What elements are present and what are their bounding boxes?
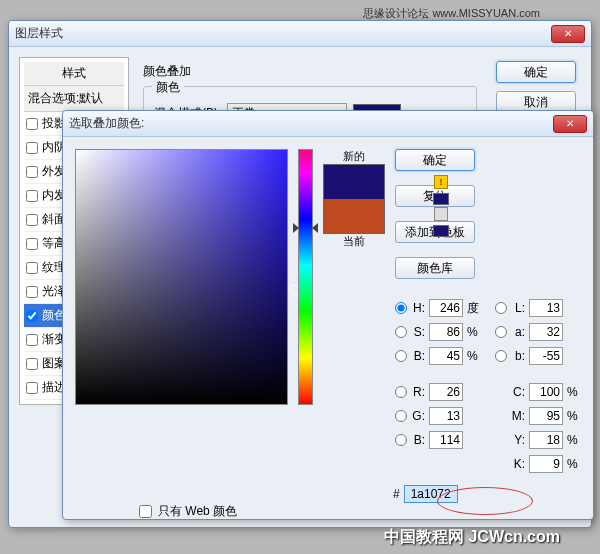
styles-header: 样式 [24,62,124,86]
style-checkbox[interactable] [26,118,38,130]
bri-row: B:% [395,347,481,365]
gamut-swatch[interactable] [433,193,449,205]
style-checkbox[interactable] [26,286,38,298]
hue-input[interactable] [429,299,463,317]
dialog-title: 选取叠加颜色: [69,115,553,132]
yellow-row: Y:% [495,431,581,449]
lab-a-input[interactable] [529,323,563,341]
ok-button[interactable]: 确定 [395,149,475,171]
red-label: R: [411,385,425,399]
blue-row: B: [395,431,481,449]
style-checkbox[interactable] [26,214,38,226]
close-icon[interactable]: ✕ [551,25,585,43]
bri-label: B: [411,349,425,363]
lab-l-row: L: [495,299,581,317]
yellow-unit: % [567,433,581,447]
titlebar[interactable]: 图层样式 ✕ [9,21,591,47]
green-input[interactable] [429,407,463,425]
hue-row: H:度 [395,299,481,317]
dialog-title: 图层样式 [15,25,551,42]
magenta-unit: % [567,409,581,423]
black-input[interactable] [529,455,563,473]
web-only-checkbox[interactable] [139,505,152,518]
green-radio[interactable] [395,410,407,422]
magenta-input[interactable] [529,407,563,425]
hue-label: H: [411,301,425,315]
section-title: 颜色叠加 [143,63,477,80]
cyan-input[interactable] [529,383,563,401]
sat-input[interactable] [429,323,463,341]
magenta-row: M:% [495,407,581,425]
style-checkbox[interactable] [26,142,38,154]
style-checkbox[interactable] [26,190,38,202]
hue-unit: 度 [467,300,481,317]
style-checkbox[interactable] [26,382,38,394]
blend-options-default[interactable]: 混合选项:默认 [24,86,124,112]
websafe-icon[interactable] [434,207,448,221]
lab-b-row: b: [495,347,581,365]
red-radio[interactable] [395,386,407,398]
lab-b-radio[interactable] [495,350,507,362]
green-row: G: [395,407,481,425]
close-icon[interactable]: ✕ [553,115,587,133]
magenta-label: M: [511,409,525,423]
lab-l-radio[interactable] [495,302,507,314]
hue-slider[interactable] [298,149,313,405]
cyan-row: C:% [495,383,581,401]
yellow-label: Y: [511,433,525,447]
blue-input[interactable] [429,431,463,449]
color-picker-dialog: 选取叠加颜色: ✕ 新的 当前 ! 确定 复位 添加到色板 [62,110,594,520]
color-library-button[interactable]: 颜色库 [395,257,475,279]
red-input[interactable] [429,383,463,401]
ok-button[interactable]: 确定 [496,61,576,83]
green-label: G: [411,409,425,423]
watermark-bottom: 中国教程网 JCWcn.com [384,527,560,548]
cyan-unit: % [567,385,581,399]
lab-a-label: a: [511,325,525,339]
gamut-warning-icon[interactable]: ! [434,175,448,189]
sat-radio[interactable] [395,326,407,338]
blue-label: B: [411,433,425,447]
hue-indicator-icon [299,223,312,233]
black-unit: % [567,457,581,471]
lab-a-radio[interactable] [495,326,507,338]
hue-radio[interactable] [395,302,407,314]
style-checkbox[interactable] [26,334,38,346]
bri-unit: % [467,349,481,363]
bri-radio[interactable] [395,350,407,362]
watermark-top: 思缘设计论坛 www.MISSYUAN.com [363,6,540,21]
preview-new [324,165,384,199]
lab-l-input[interactable] [529,299,563,317]
titlebar[interactable]: 选取叠加颜色: ✕ [63,111,593,137]
color-preview: 新的 当前 ! [323,149,385,473]
cyan-label: C: [511,385,525,399]
preview-current [324,199,384,233]
black-row: K:% [495,455,581,473]
style-checkbox[interactable] [26,166,38,178]
style-checkbox[interactable] [26,262,38,274]
current-label: 当前 [343,234,365,249]
hex-label: # [393,487,400,501]
blue-radio[interactable] [395,434,407,446]
style-checkbox[interactable] [26,238,38,250]
style-checkbox[interactable] [26,310,38,322]
saturation-value-field[interactable] [75,149,288,405]
lab-a-row: a: [495,323,581,341]
yellow-input[interactable] [529,431,563,449]
sat-row: S:% [395,323,481,341]
lab-b-input[interactable] [529,347,563,365]
bri-input[interactable] [429,347,463,365]
new-label: 新的 [343,149,365,164]
lab-l-label: L: [511,301,525,315]
hex-input[interactable] [404,485,458,503]
style-checkbox[interactable] [26,358,38,370]
web-only-label: 只有 Web 颜色 [158,503,237,520]
websafe-swatch[interactable] [433,225,449,237]
sat-label: S: [411,325,425,339]
group-label: 颜色 [152,79,184,96]
preview-box[interactable] [323,164,385,234]
lab-b-label: b: [511,349,525,363]
black-label: K: [511,457,525,471]
sat-unit: % [467,325,481,339]
red-row: R: [395,383,481,401]
